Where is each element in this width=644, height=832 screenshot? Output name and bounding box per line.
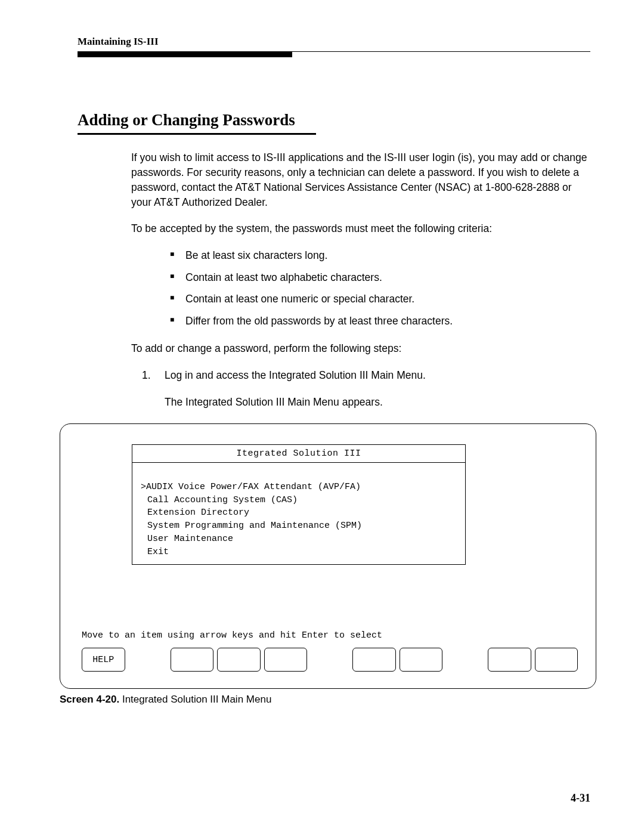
criteria-item: Differ from the old passwords by at leas… [170, 314, 590, 329]
caption-label: Screen 4-20. [60, 694, 119, 705]
criteria-item: Contain at least one numeric or special … [170, 292, 590, 307]
fkey-blank[interactable] [352, 648, 396, 672]
menu-box: Itegrated Solution III >AUDIX Voice Powe… [132, 444, 466, 565]
page-number: 4-31 [571, 792, 590, 805]
terminal-screen: Itegrated Solution III >AUDIX Voice Powe… [60, 423, 596, 689]
step-text: Log in and access the Integrated Solutio… [165, 369, 426, 381]
step-result: The Integrated Solution III Main Menu ap… [165, 395, 590, 410]
section-title: Adding or Changing Passwords [78, 111, 590, 129]
fkey-blank[interactable] [535, 648, 578, 672]
steps-list: 1. Log in and access the Integrated Solu… [142, 368, 590, 383]
menu-item: System Programming and Maintenance (SPM) [141, 519, 457, 533]
fkey-help[interactable]: HELP [82, 648, 125, 672]
menu-item: Exit [141, 546, 457, 559]
fkey-blank[interactable] [171, 648, 214, 672]
figure-caption: Screen 4-20. Integrated Solution III Mai… [60, 694, 590, 706]
caption-text: Integrated Solution III Main Menu [119, 694, 271, 705]
criteria-list: Be at least six characters long. Contain… [170, 248, 590, 328]
step-item: 1. Log in and access the Integrated Solu… [142, 368, 590, 383]
menu-item: >AUDIX Voice Power/FAX Attendant (AVP/FA… [141, 481, 457, 494]
paragraph-criteria-lead: To be accepted by the system, the passwo… [131, 221, 590, 236]
menu-item: User Maintenance [141, 533, 457, 546]
menu-item: Extension Directory [141, 506, 457, 519]
paragraph-steps-lead: To add or change a password, perform the… [131, 341, 590, 356]
criteria-item: Be at least six characters long. [170, 248, 590, 263]
title-underline [78, 133, 316, 135]
function-key-row: HELP [82, 648, 578, 672]
fkey-blank[interactable] [217, 648, 261, 672]
menu-item: Call Accounting System (CAS) [141, 494, 457, 507]
fkey-blank[interactable] [264, 648, 308, 672]
running-head: Maintaining IS-III [78, 36, 590, 48]
paragraph-intro: If you wish to limit access to IS-III ap… [131, 150, 590, 209]
step-number: 1. [142, 368, 151, 383]
fkey-blank[interactable] [400, 648, 443, 672]
menu-body: >AUDIX Voice Power/FAX Attendant (AVP/FA… [132, 462, 466, 565]
fkey-blank[interactable] [488, 648, 531, 672]
header-rule-thick [78, 52, 292, 57]
criteria-item: Contain at least two alphabetic characte… [170, 270, 590, 285]
menu-title: Itegrated Solution III [132, 444, 466, 462]
prompt-line: Move to an item using arrow keys and hit… [82, 630, 578, 641]
